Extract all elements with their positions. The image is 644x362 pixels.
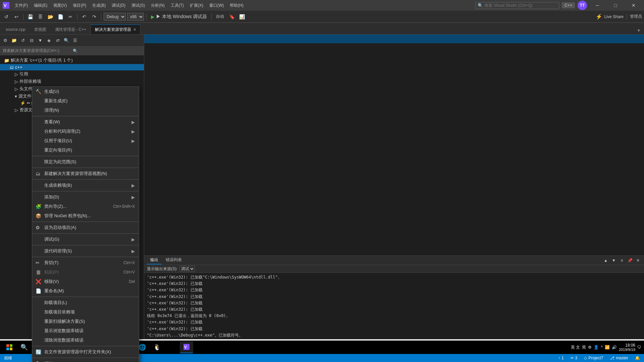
ctx-build-deps[interactable]: 生成依赖项(B) ▶ (32, 181, 139, 190)
taskbar-start-icon[interactable] (3, 341, 16, 353)
ctx-cut[interactable]: ✂ 剪切(T) Ctrl+X (32, 258, 139, 267)
ctx-class-wizard[interactable]: 🧩 类向导(Z)... Ctrl+Shift+X (32, 202, 139, 211)
output-pin-icon[interactable]: 📌 (627, 257, 633, 264)
menu-view[interactable]: 视图(V) (51, 1, 69, 10)
menu-help[interactable]: 帮助(H) (227, 1, 246, 10)
toolbar-save-icon[interactable]: 💾 (26, 12, 35, 21)
ctx-analyze[interactable]: 分析和代码清理(Z) ▶ (32, 127, 139, 136)
cpp-button[interactable]: C++ (562, 2, 575, 8)
sol-tb-wrap-icon[interactable]: ☰ (71, 37, 79, 45)
toolbar-auto-label[interactable]: 自动 (214, 12, 226, 21)
menu-analyze[interactable]: 分析(N) (148, 1, 167, 10)
taskbar-speaker-icon[interactable]: 🔊 (612, 345, 617, 350)
menu-test[interactable]: 测试(S) (129, 1, 148, 10)
editor-area[interactable] (144, 43, 644, 255)
toolbar-cut-icon[interactable]: ✂ (66, 12, 75, 21)
sol-tb-pending-icon[interactable]: ◈ (45, 37, 53, 45)
sol-tb-sync-icon[interactable]: ⇄ (54, 37, 62, 45)
ctx-debug[interactable]: 调试(G) ▶ (32, 235, 139, 244)
menu-extensions[interactable]: 扩展(X) (187, 1, 206, 10)
toolbar-saveall-icon[interactable]: 🗄 (36, 12, 45, 21)
ctx-open-in-explorer[interactable]: 🔄 在文件资源管理器中打开文件夹(X) (32, 347, 139, 357)
user-avatar[interactable]: TT (578, 1, 587, 10)
ctx-rescan[interactable]: 重新扫描解决方案(S) (32, 317, 139, 326)
platform-select[interactable]: x86 (127, 13, 144, 21)
sol-tb-showallfiles-icon[interactable]: 📁 (10, 37, 18, 45)
ctx-clear-db-errors[interactable]: 清除浏览数据库错误 (32, 336, 139, 345)
output-scroll-up-icon[interactable]: ▲ (602, 257, 609, 264)
taskbar-clock[interactable]: 18:06 2019/9/19 (619, 343, 635, 352)
tabs-overflow-button[interactable]: ▾ (635, 26, 643, 34)
taskbar-people-icon[interactable]: 👤 (594, 345, 599, 350)
search-input[interactable] (484, 3, 551, 8)
ctx-rename[interactable]: 📄 重命名(M) (32, 286, 139, 296)
ctx-clean[interactable]: 清理(N) (32, 106, 139, 115)
ctx-properties[interactable]: 🔧 属性(R) Alt+Enter (32, 359, 139, 362)
ctx-build[interactable]: 🔨 生成(U) (32, 87, 139, 96)
ctx-view[interactable]: 查看(W) ▶ (32, 117, 139, 127)
debug-config-select[interactable]: Debug (104, 13, 126, 21)
tab-solution-explorer[interactable]: 解决方案资源管理器 ✕ (91, 24, 141, 34)
toolbar-open-icon[interactable]: 📂 (46, 12, 55, 21)
taskbar-lang-icon[interactable]: 英 文 (571, 345, 580, 350)
toolbar-redo-icon[interactable]: ↷ (90, 12, 99, 21)
ctx-nuget[interactable]: 📦 管理 NuGet 程序包(N)... (32, 211, 139, 221)
ctx-show-db-errors[interactable]: 显示浏览数据库错误 (32, 326, 139, 336)
ctx-source-control[interactable]: 源代码管理(S) ▶ (32, 246, 139, 256)
taskbar-tiles-icon[interactable]: ⊞ (165, 341, 178, 353)
toolbar-newfile-icon[interactable]: 📄 (56, 12, 65, 21)
tab-source-cpp[interactable]: source.cpp (1, 24, 30, 34)
minimize-button[interactable]: ─ (590, 0, 605, 11)
output-wrap-icon[interactable]: ≡ (619, 257, 625, 264)
status-branch[interactable]: ⎇ master (608, 356, 630, 360)
ctx-project-only[interactable]: 仅用于项目(U) ▶ (32, 136, 139, 145)
output-close-icon[interactable]: ✕ (635, 257, 641, 264)
close-button[interactable]: ✕ (626, 0, 641, 11)
status-project[interactable]: ◇ Project7 (583, 356, 604, 360)
taskbar-chevron-icon[interactable]: ^ (601, 345, 603, 350)
solution-search-bar[interactable]: 搜索解决方案资源管理器(Ctrl+;) 🔍 (0, 47, 144, 55)
ctx-scope[interactable]: 限定为此范围(S) (32, 157, 139, 167)
taskbar-notification-icon[interactable]: 🗨 (637, 345, 641, 350)
output-source-select[interactable]: 调试 (179, 266, 195, 272)
run-button[interactable]: ▶ ▶ 本地 Windows 调试器 (149, 13, 209, 20)
maximize-button[interactable]: □ (608, 0, 623, 11)
sol-tb-filter-icon[interactable]: ▼ (36, 37, 44, 45)
live-share-label[interactable]: Live Share (604, 14, 624, 19)
tab-close-icon[interactable]: ✕ (133, 27, 136, 32)
menu-file[interactable]: 文件(F) (12, 1, 31, 10)
taskbar-vs-icon[interactable]: V (180, 341, 193, 353)
tab-class-view[interactable]: 类视图 (30, 24, 51, 34)
ctx-add[interactable]: 添加(D) ▶ (32, 192, 139, 202)
taskbar-qq-icon[interactable]: 🐧 (150, 341, 164, 353)
output-scroll-down-icon[interactable]: ▼ (610, 257, 617, 264)
toolbar-bookmark-icon[interactable]: 🔖 (227, 12, 236, 21)
tab-output[interactable]: 输出 (147, 256, 162, 264)
taskbar-search-icon[interactable]: 🔍 (17, 341, 31, 353)
taskbar-network-icon[interactable]: 📶 (605, 345, 610, 350)
ctx-unload[interactable]: 卸载项目(L) (32, 298, 139, 307)
menu-debug[interactable]: 调试(D) (109, 1, 128, 10)
ctx-new-view[interactable]: 🗂 新建解决方案资源管理器视图(N) (32, 169, 139, 178)
tab-error-list[interactable]: 错误列表 (162, 256, 185, 264)
menu-edit[interactable]: 编辑(E) (31, 1, 50, 10)
ctx-rebuild[interactable]: 重新生成(E) (32, 96, 139, 106)
status-ready[interactable]: 就绪 (3, 355, 13, 361)
status-notification[interactable]: 🔔 (634, 356, 641, 360)
toolbar-perf-icon[interactable]: 📊 (237, 12, 246, 21)
status-errors[interactable]: ✏ 3 (569, 356, 579, 360)
ctx-set-startup[interactable]: ⚙ 设为启动项目(A) (32, 223, 139, 232)
status-line[interactable]: ↑ 1 (557, 356, 565, 360)
menu-tools[interactable]: 工具(T) (168, 1, 186, 10)
search-go-icon[interactable]: 🔍 (73, 49, 142, 53)
tree-external-deps[interactable]: ▷ 外部依赖项 (0, 78, 144, 85)
sol-tb-new-icon[interactable]: 🔍 (62, 37, 70, 45)
tree-solution-root[interactable]: 📁 解决方案 'c++'(1 个项目/共 1 个) (0, 57, 144, 64)
ctx-paste[interactable]: 📋 粘贴(P) Ctrl+V (32, 267, 139, 277)
menu-project[interactable]: 项目(P) (70, 1, 89, 10)
taskbar-ime-icon[interactable]: 简 (582, 345, 586, 350)
toolbar-undo-icon[interactable]: ↩ (12, 12, 21, 21)
toolbar-undo2-icon[interactable]: ↶ (80, 12, 89, 21)
toolbar-refresh-icon[interactable]: ↺ (2, 12, 11, 21)
menu-build[interactable]: 生成(B) (90, 1, 108, 10)
